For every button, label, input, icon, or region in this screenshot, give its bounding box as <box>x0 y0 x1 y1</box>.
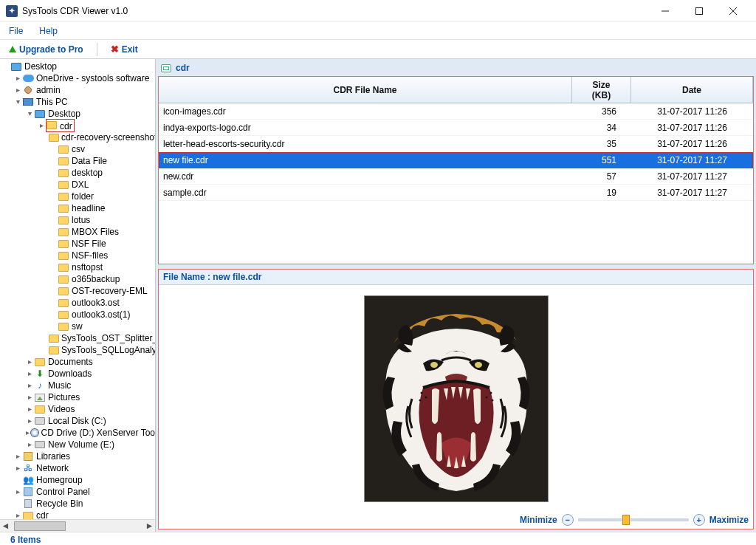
exit-button[interactable]: ✖ Exit <box>106 42 142 56</box>
tree-node[interactable]: 👥Homegroup <box>0 474 155 486</box>
close-button[interactable] <box>716 0 750 22</box>
tree-node[interactable]: MBOX Files <box>0 226 155 238</box>
file-date-cell: 31-07-2017 11:27 <box>631 171 753 182</box>
tree-horizontal-scrollbar[interactable]: ◄ ► <box>0 519 155 532</box>
chevron-right-icon[interactable]: ▸ <box>25 415 34 427</box>
zoom-slider-track[interactable] <box>578 518 689 521</box>
tree-node[interactable]: cdr-recovery-screenshot <box>0 131 155 143</box>
scrollbar-thumb[interactable] <box>14 521 66 531</box>
window-title: SysTools CDR Viewer v1.0 <box>22 6 648 16</box>
column-header-size[interactable]: Size (KB) <box>572 77 631 103</box>
tree-node[interactable]: NSF File <box>0 238 155 250</box>
tree-node[interactable]: Desktop <box>0 61 155 72</box>
menu-file[interactable]: File <box>6 24 26 38</box>
tree-node-label: OST-recovery-EML <box>72 285 148 297</box>
tree-node-label: csv <box>72 143 85 155</box>
file-list-grid[interactable]: CDR File Name Size (KB) Date icon-images… <box>158 76 754 264</box>
tree-node-label: Network <box>36 462 69 474</box>
file-row[interactable]: letter-head-escorts-security.cdr3531-07-… <box>159 136 753 152</box>
chevron-down-icon[interactable]: ▾ <box>25 108 34 120</box>
tree-node[interactable]: outlook3.ost(1) <box>0 309 155 321</box>
tree-node[interactable]: ▸🖧Network <box>0 462 155 474</box>
tree-node[interactable]: headline <box>0 202 155 214</box>
folder-icon <box>49 344 59 356</box>
chevron-right-icon[interactable]: ▸ <box>25 391 34 403</box>
chevron-right-icon[interactable]: ▸ <box>25 368 34 380</box>
tree-node[interactable]: ▸Videos <box>0 403 155 415</box>
file-size-cell: 57 <box>572 171 631 182</box>
file-row[interactable]: icon-images.cdr35631-07-2017 11:26 <box>159 103 753 120</box>
chevron-right-icon[interactable]: ▸ <box>37 120 46 131</box>
tree-node[interactable]: ▸Libraries <box>0 450 155 462</box>
chevron-right-icon[interactable]: ▸ <box>13 72 22 84</box>
tree-node[interactable]: ▾This PC <box>0 96 155 108</box>
tree-node[interactable]: sw <box>0 321 155 332</box>
chevron-right-icon[interactable]: ▸ <box>13 462 22 474</box>
tree-node[interactable]: ▸Local Disk (C:) <box>0 415 155 427</box>
column-header-name[interactable]: CDR File Name <box>159 77 572 103</box>
tree-node[interactable]: OST-recovery-EML <box>0 285 155 297</box>
content-pane: cdr CDR File Name Size (KB) Date icon-im… <box>156 59 756 532</box>
tree-node[interactable]: desktop <box>0 167 155 179</box>
tree-node[interactable]: lotus <box>0 214 155 226</box>
chevron-right-icon[interactable]: ▸ <box>13 486 22 498</box>
tree-node[interactable]: ▸cdr <box>0 120 155 131</box>
tree-node[interactable]: csv <box>0 143 155 155</box>
file-row[interactable]: sample.cdr1931-07-2017 11:27 <box>159 185 753 201</box>
file-row[interactable]: new file.cdr55131-07-2017 11:27 <box>159 152 753 168</box>
tree-node[interactable]: ▸⬇Downloads <box>0 368 155 380</box>
folder-icon <box>58 238 69 250</box>
file-row[interactable]: new.cdr5731-07-2017 11:27 <box>159 168 753 185</box>
file-size-cell: 35 <box>572 139 631 149</box>
tree-node[interactable]: ▸♪Music <box>0 380 155 391</box>
zoom-in-button[interactable]: + <box>693 514 705 526</box>
file-date-cell: 31-07-2017 11:27 <box>631 155 753 165</box>
chevron-right-icon[interactable]: ▸ <box>13 450 22 462</box>
tree-node-label: outlook3.ost(1) <box>72 309 130 321</box>
chevron-right-icon[interactable]: ▸ <box>25 403 34 415</box>
scroll-left-icon[interactable]: ◄ <box>0 521 11 531</box>
tree-node[interactable]: ▸New Volume (E:) <box>0 439 155 450</box>
tree-node[interactable]: Data File <box>0 155 155 167</box>
zoom-out-button[interactable]: − <box>562 514 574 526</box>
folder-tree-pane[interactable]: Desktop▸OneDrive - systools software▸adm… <box>0 59 156 532</box>
file-size-cell: 19 <box>572 188 631 198</box>
tree-node[interactable]: NSF-files <box>0 250 155 261</box>
tree-node-label: OneDrive - systools software <box>36 72 149 84</box>
tree-node[interactable]: nsftopst <box>0 261 155 273</box>
chevron-right-icon[interactable]: ▸ <box>25 439 34 450</box>
tree-node[interactable]: ▾Desktop <box>0 108 155 120</box>
chevron-right-icon[interactable]: ▸ <box>13 84 22 96</box>
maximize-button[interactable] <box>682 0 716 22</box>
tree-node[interactable]: o365backup <box>0 273 155 285</box>
menu-help[interactable]: Help <box>36 24 61 38</box>
tree-node[interactable]: DXL <box>0 179 155 191</box>
tree-node[interactable]: SysTools_SQLLogAnalyzer <box>0 344 155 356</box>
scroll-right-icon[interactable]: ► <box>144 521 155 531</box>
tree-node-label: DXL <box>72 179 89 191</box>
title-bar: ✦ SysTools CDR Viewer v1.0 <box>0 0 756 22</box>
tree-node[interactable]: ▸Pictures <box>0 391 155 403</box>
folder-icon <box>58 250 69 261</box>
tree-node[interactable]: outlook3.ost <box>0 297 155 309</box>
tree-node[interactable]: ▸admin <box>0 84 155 96</box>
tree-node[interactable]: ▸CD Drive (D:) XenServer Too <box>0 427 155 439</box>
file-size-cell: 356 <box>572 106 631 117</box>
tree-node[interactable]: ▸Documents <box>0 356 155 368</box>
tree-node[interactable]: ▸OneDrive - systools software <box>0 72 155 84</box>
tree-node[interactable]: SysTools_OST_Splitter_2 <box>0 332 155 344</box>
tree-node[interactable]: Recycle Bin <box>0 498 155 510</box>
folder-icon <box>58 143 69 155</box>
tree-node[interactable]: folder <box>0 191 155 202</box>
file-row[interactable]: indya-exports-logo.cdr3431-07-2017 11:26 <box>159 120 753 136</box>
chevron-down-icon[interactable]: ▾ <box>13 96 22 108</box>
folder-icon <box>58 226 69 238</box>
chevron-right-icon[interactable]: ▸ <box>25 380 34 391</box>
zoom-slider-handle[interactable] <box>622 515 630 525</box>
column-header-date[interactable]: Date <box>631 77 753 103</box>
upgrade-button[interactable]: Upgrade to Pro <box>4 43 88 56</box>
tree-node-label: lotus <box>72 214 90 226</box>
minimize-button[interactable] <box>648 0 682 22</box>
chevron-right-icon[interactable]: ▸ <box>25 356 34 368</box>
tree-node[interactable]: ▸Control Panel <box>0 486 155 498</box>
